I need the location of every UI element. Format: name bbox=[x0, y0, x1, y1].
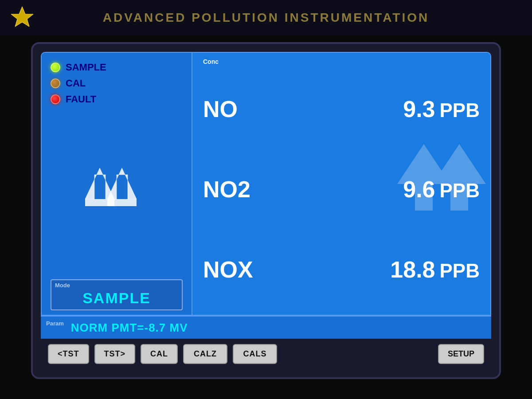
setup-button[interactable]: SETUP bbox=[438, 344, 484, 364]
mode-value: SAMPLE bbox=[55, 289, 178, 307]
cal-label: CAL bbox=[66, 78, 86, 89]
conc-label: Conc bbox=[203, 58, 480, 65]
sample-status-row: SAMPLE bbox=[51, 62, 183, 73]
no2-row: NO2 9.6 PPB bbox=[203, 176, 480, 203]
svg-rect-4 bbox=[107, 199, 137, 206]
cal-status-row: CAL bbox=[51, 78, 183, 89]
svg-marker-2 bbox=[107, 168, 137, 199]
nox-value: 18.8 bbox=[390, 256, 435, 283]
cals-button[interactable]: CALS bbox=[233, 344, 277, 364]
nox-name: NOX bbox=[203, 256, 274, 283]
fault-label: FAULT bbox=[66, 94, 96, 105]
nox-unit: PPB bbox=[440, 260, 480, 282]
no-value: 9.3 bbox=[403, 96, 435, 122]
nox-value-unit: 18.8 PPB bbox=[390, 256, 480, 283]
mode-label: Mode bbox=[55, 282, 178, 289]
left-panel: SAMPLE CAL FAULT bbox=[42, 53, 192, 315]
sample-led bbox=[51, 63, 60, 72]
tst-next-button[interactable]: TST> bbox=[94, 344, 136, 364]
svg-marker-0 bbox=[11, 7, 33, 27]
no2-value-unit: 9.6 PPB bbox=[403, 176, 480, 203]
status-indicators: SAMPLE CAL FAULT bbox=[51, 62, 183, 105]
nox-row: NOX 18.8 PPB bbox=[203, 256, 480, 283]
mode-box: Mode SAMPLE bbox=[51, 279, 183, 310]
fault-led bbox=[51, 94, 60, 104]
cal-button[interactable]: CAL bbox=[141, 344, 178, 364]
banner-title: ADVANCED POLLUTION INSTRUMENTATION bbox=[103, 11, 429, 25]
tst-prev-button[interactable]: <TST bbox=[48, 344, 89, 364]
param-value: NORM PMT=-8.7 MV bbox=[71, 321, 188, 335]
no2-name: NO2 bbox=[203, 176, 274, 203]
param-bar: Param NORM PMT=-8.7 MV bbox=[41, 316, 491, 339]
instrument-frame: SAMPLE CAL FAULT bbox=[31, 42, 501, 379]
cal-led bbox=[51, 78, 60, 88]
top-banner: ADVANCED POLLUTION INSTRUMENTATION bbox=[0, 0, 532, 35]
no2-unit: PPB bbox=[440, 180, 480, 202]
up-arrows-icon bbox=[81, 166, 152, 223]
no-value-unit: 9.3 PPB bbox=[403, 96, 480, 122]
right-panel: Conc NO 9.3 PPB NO2 bbox=[192, 53, 490, 315]
param-label: Param bbox=[46, 320, 64, 327]
calz-button[interactable]: CALZ bbox=[183, 344, 227, 364]
no2-value: 9.6 bbox=[403, 176, 435, 203]
buttons-row: <TST TST> CAL CALZ CALS SETUP bbox=[41, 339, 491, 369]
conc-rows: NO 9.3 PPB NO2 9.6 PPB NOX bbox=[203, 69, 480, 309]
fault-status-row: FAULT bbox=[51, 94, 183, 105]
main-display: SAMPLE CAL FAULT bbox=[41, 52, 491, 316]
no-row: NO 9.3 PPB bbox=[203, 96, 480, 122]
no-name: NO bbox=[203, 96, 274, 122]
star-logo bbox=[9, 4, 35, 31]
arrow-icon-area bbox=[51, 117, 183, 272]
no-unit: PPB bbox=[440, 99, 480, 121]
sample-label: SAMPLE bbox=[66, 62, 106, 73]
